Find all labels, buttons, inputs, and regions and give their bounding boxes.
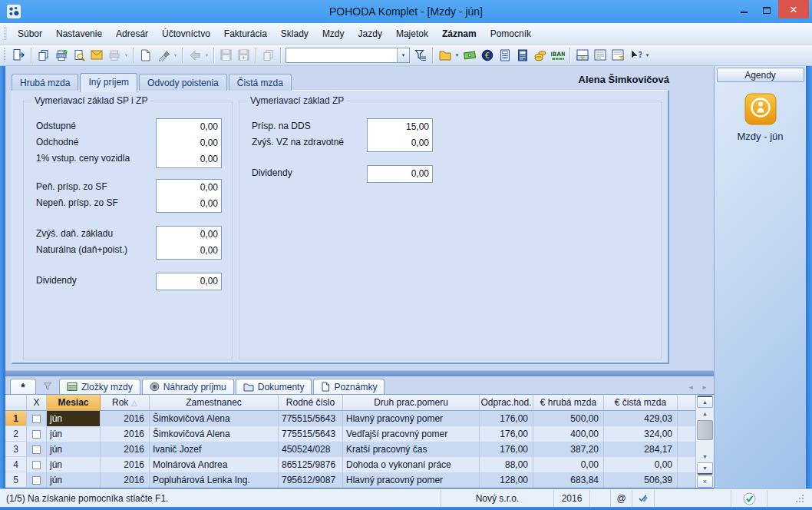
cell-rodne-cislo[interactable]: 775515/5643 <box>279 411 343 426</box>
cell-rodne-cislo[interactable]: 450524/028 <box>279 442 343 457</box>
row-number-cell[interactable]: 1 <box>5 411 27 426</box>
menu-subor[interactable]: Súbor <box>11 25 49 43</box>
toolbar-grip[interactable] <box>4 48 6 61</box>
cell-rok[interactable]: 2016 <box>101 472 150 488</box>
search-combobox[interactable] <box>286 48 410 63</box>
field-prisp-dds[interactable]: 15,00 <box>368 119 432 135</box>
menu-nastavenie[interactable]: Nastavenie <box>49 25 109 43</box>
tab-scroll-right-icon[interactable] <box>701 381 708 392</box>
table-row[interactable]: 4 jún 2016 Molnárová Andrea 865125/9876 … <box>5 457 695 472</box>
header-cista-mzda[interactable]: € čistá mzda <box>604 395 678 411</box>
row-checkbox-cell[interactable] <box>27 457 47 472</box>
cell-cista-mzda[interactable]: 324,00 <box>604 426 678 442</box>
row-number-cell[interactable]: 4 <box>5 457 27 472</box>
status-company-section[interactable]: Nový s.r.o. <box>441 490 554 507</box>
table-row[interactable]: 1 jún 2016 Šimkovičová Alena 775515/5643… <box>5 411 695 426</box>
cell-hruba-mzda[interactable]: 500,00 <box>533 411 604 426</box>
cell-cista-mzda[interactable]: 429,03 <box>604 411 678 426</box>
record-filter-button[interactable] <box>38 379 58 394</box>
header-rok[interactable]: Rok△ <box>101 395 150 411</box>
tab-main-record[interactable]: * <box>10 379 36 394</box>
agendy-item-mzdy-jun[interactable]: Mzdy - jún <box>738 93 784 142</box>
cell-hruba-mzda[interactable]: 683,84 <box>533 472 604 488</box>
scrollbar-thumb[interactable] <box>697 420 713 440</box>
print-preview-button[interactable] <box>70 46 87 64</box>
minimize-button[interactable] <box>732 0 755 18</box>
table-row[interactable]: 2 jún 2016 Šimkovičová Alena 775515/5643… <box>5 426 695 442</box>
header-zamestnanec[interactable]: Zamestnanec <box>150 395 279 411</box>
cell-mesiac[interactable]: jún <box>47 426 101 442</box>
menu-majetok[interactable]: Majetok <box>389 25 435 43</box>
edit-brush-button[interactable] <box>154 46 172 64</box>
menu-jazdy[interactable]: Jazdy <box>352 25 389 43</box>
fax-print-button[interactable] <box>105 46 123 64</box>
cell-cista-mzda[interactable]: 506,39 <box>604 472 678 488</box>
new-record-button[interactable] <box>137 46 154 64</box>
row-checkbox-cell[interactable] <box>27 442 47 457</box>
cell-odprac-hod[interactable]: 88,00 <box>480 457 533 472</box>
header-odprac-hod[interactable]: Odprac.hod. <box>480 395 533 411</box>
field-naturalna[interactable]: 0,00 <box>157 243 221 259</box>
context-help-button[interactable]: ? <box>626 46 644 64</box>
brush-dropdown-caret[interactable] <box>172 52 179 58</box>
scroll-first-record-button[interactable] <box>697 396 713 408</box>
checkbox[interactable] <box>32 415 41 423</box>
maximize-button[interactable] <box>755 0 778 18</box>
field-zvys-dan-zakladu[interactable]: 0,00 <box>157 227 221 243</box>
agendy-header-button[interactable]: Agendy <box>717 68 804 82</box>
status-edit-section[interactable] <box>632 490 655 507</box>
cell-rodne-cislo[interactable]: 795612/9087 <box>279 472 343 488</box>
cell-cista-mzda[interactable]: 0,00 <box>604 457 678 472</box>
checkbox[interactable] <box>32 430 41 439</box>
close-button[interactable] <box>778 0 809 18</box>
table-row[interactable]: 5 jún 2016 Popluhárová Lenka Ing. 795612… <box>5 472 695 488</box>
cell-rok[interactable]: 2016 <box>101 457 150 472</box>
status-year-section[interactable]: 2016 <box>554 490 590 507</box>
scroll-down-icon[interactable] <box>697 451 713 462</box>
cell-druh-prac-pomeru[interactable]: Dohoda o vykonaní práce <box>343 457 480 472</box>
menu-sklady[interactable]: Sklady <box>274 25 315 43</box>
panel-corner-button[interactable] <box>609 46 626 64</box>
iban-button[interactable]: IBAN <box>549 46 566 64</box>
field-odstupne[interactable]: 0,00 <box>157 119 221 135</box>
menu-mzdy[interactable]: Mzdy <box>315 25 352 43</box>
checkbox[interactable] <box>32 476 41 485</box>
header-x[interactable]: X <box>27 395 47 411</box>
cell-druh-prac-pomeru[interactable]: Vedľajší pracovný pomer <box>343 426 480 442</box>
header-rodne-cislo[interactable]: Rodné číslo <box>279 395 343 411</box>
toolbar-grip[interactable] <box>5 27 7 40</box>
row-number-cell[interactable]: 2 <box>5 426 27 442</box>
menu-adresar[interactable]: Adresár <box>109 25 155 43</box>
tab-zlozky-mzdy[interactable]: Zložky mzdy <box>59 379 140 394</box>
status-check-section[interactable] <box>731 490 767 507</box>
table-vertical-scrollbar[interactable] <box>695 395 714 488</box>
field-zvys-vz-zdravotne[interactable]: 0,00 <box>368 135 432 151</box>
save-new-button[interactable] <box>235 46 253 64</box>
cell-zamestnanec[interactable]: Popluhárová Lenka Ing. <box>150 472 279 488</box>
cell-rodne-cislo[interactable]: 775515/5643 <box>279 426 343 442</box>
daily-summary-button[interactable] <box>513 46 531 64</box>
cell-mesiac[interactable]: jún <box>47 472 101 488</box>
cell-rok[interactable]: 2016 <box>101 411 150 426</box>
folder-dropdown-caret[interactable] <box>454 52 460 58</box>
save-button[interactable] <box>217 46 235 64</box>
fax-dropdown-caret[interactable] <box>123 52 130 58</box>
cell-druh-prac-pomeru[interactable]: Kratší pracovný čas <box>343 442 480 457</box>
export-mail-button[interactable] <box>87 46 105 64</box>
cell-druh-prac-pomeru[interactable]: Hlavný pracovný pomer <box>343 472 480 488</box>
cell-hruba-mzda[interactable]: 400,00 <box>533 426 604 442</box>
tab-cista-mzda[interactable]: Čistá mzda <box>229 74 292 91</box>
print-button[interactable] <box>52 46 70 64</box>
table-row[interactable]: 3 jún 2016 Ivanič Jozef 450524/028 Kratš… <box>5 442 695 457</box>
back-dropdown-caret[interactable] <box>203 52 210 58</box>
horizontal-splitter[interactable] <box>5 370 714 376</box>
exit-button[interactable] <box>10 46 28 64</box>
checkbox[interactable] <box>32 445 41 454</box>
cell-hruba-mzda[interactable]: 0,00 <box>533 457 604 472</box>
field-vstup-ceny-vozidla[interactable]: 0,00 <box>157 151 221 167</box>
combobox-dropdown-icon[interactable] <box>397 48 409 62</box>
copy-button[interactable] <box>35 46 52 64</box>
cell-mesiac[interactable]: jún <box>47 411 101 426</box>
cell-druh-prac-pomeru[interactable]: Hlavný pracovný pomer <box>343 411 480 426</box>
status-email-section[interactable]: @ <box>611 490 632 507</box>
